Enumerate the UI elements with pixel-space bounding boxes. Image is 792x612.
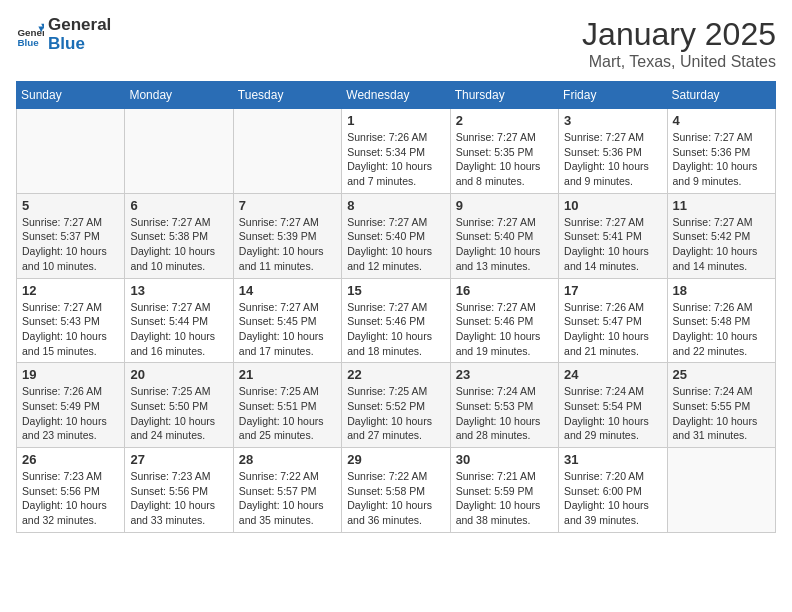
days-header-row: SundayMondayTuesdayWednesdayThursdayFrid…: [17, 82, 776, 109]
day-content: Sunrise: 7:27 AM Sunset: 5:44 PM Dayligh…: [130, 300, 227, 359]
calendar-cell: 8Sunrise: 7:27 AM Sunset: 5:40 PM Daylig…: [342, 193, 450, 278]
day-content: Sunrise: 7:27 AM Sunset: 5:38 PM Dayligh…: [130, 215, 227, 274]
day-number: 27: [130, 452, 227, 467]
logo-general: General: [48, 16, 111, 35]
day-content: Sunrise: 7:27 AM Sunset: 5:36 PM Dayligh…: [564, 130, 661, 189]
calendar-cell: 31Sunrise: 7:20 AM Sunset: 6:00 PM Dayli…: [559, 448, 667, 533]
calendar-cell: 15Sunrise: 7:27 AM Sunset: 5:46 PM Dayli…: [342, 278, 450, 363]
calendar-cell: 30Sunrise: 7:21 AM Sunset: 5:59 PM Dayli…: [450, 448, 558, 533]
calendar-cell: 2Sunrise: 7:27 AM Sunset: 5:35 PM Daylig…: [450, 109, 558, 194]
day-number: 2: [456, 113, 553, 128]
day-content: Sunrise: 7:26 AM Sunset: 5:47 PM Dayligh…: [564, 300, 661, 359]
calendar-cell: [233, 109, 341, 194]
header-friday: Friday: [559, 82, 667, 109]
calendar-cell: 14Sunrise: 7:27 AM Sunset: 5:45 PM Dayli…: [233, 278, 341, 363]
calendar-table: SundayMondayTuesdayWednesdayThursdayFrid…: [16, 81, 776, 533]
day-number: 28: [239, 452, 336, 467]
day-number: 11: [673, 198, 770, 213]
svg-text:Blue: Blue: [17, 37, 39, 48]
week-row-5: 26Sunrise: 7:23 AM Sunset: 5:56 PM Dayli…: [17, 448, 776, 533]
day-number: 18: [673, 283, 770, 298]
logo-icon: General Blue: [16, 21, 44, 49]
day-number: 9: [456, 198, 553, 213]
calendar-cell: 9Sunrise: 7:27 AM Sunset: 5:40 PM Daylig…: [450, 193, 558, 278]
day-content: Sunrise: 7:24 AM Sunset: 5:54 PM Dayligh…: [564, 384, 661, 443]
logo-blue: Blue: [48, 35, 111, 54]
day-content: Sunrise: 7:21 AM Sunset: 5:59 PM Dayligh…: [456, 469, 553, 528]
day-number: 21: [239, 367, 336, 382]
calendar-cell: 23Sunrise: 7:24 AM Sunset: 5:53 PM Dayli…: [450, 363, 558, 448]
calendar-cell: [125, 109, 233, 194]
day-number: 10: [564, 198, 661, 213]
calendar-cell: 24Sunrise: 7:24 AM Sunset: 5:54 PM Dayli…: [559, 363, 667, 448]
calendar-cell: [667, 448, 775, 533]
day-number: 13: [130, 283, 227, 298]
day-content: Sunrise: 7:24 AM Sunset: 5:55 PM Dayligh…: [673, 384, 770, 443]
day-number: 19: [22, 367, 119, 382]
day-number: 26: [22, 452, 119, 467]
week-row-4: 19Sunrise: 7:26 AM Sunset: 5:49 PM Dayli…: [17, 363, 776, 448]
header-sunday: Sunday: [17, 82, 125, 109]
day-content: Sunrise: 7:22 AM Sunset: 5:57 PM Dayligh…: [239, 469, 336, 528]
header-thursday: Thursday: [450, 82, 558, 109]
day-content: Sunrise: 7:25 AM Sunset: 5:50 PM Dayligh…: [130, 384, 227, 443]
calendar-cell: 29Sunrise: 7:22 AM Sunset: 5:58 PM Dayli…: [342, 448, 450, 533]
day-content: Sunrise: 7:27 AM Sunset: 5:46 PM Dayligh…: [347, 300, 444, 359]
day-content: Sunrise: 7:23 AM Sunset: 5:56 PM Dayligh…: [22, 469, 119, 528]
calendar-cell: 19Sunrise: 7:26 AM Sunset: 5:49 PM Dayli…: [17, 363, 125, 448]
calendar-cell: 4Sunrise: 7:27 AM Sunset: 5:36 PM Daylig…: [667, 109, 775, 194]
calendar-cell: 22Sunrise: 7:25 AM Sunset: 5:52 PM Dayli…: [342, 363, 450, 448]
day-number: 14: [239, 283, 336, 298]
day-number: 8: [347, 198, 444, 213]
day-number: 24: [564, 367, 661, 382]
calendar-cell: [17, 109, 125, 194]
calendar-title: January 2025: [582, 16, 776, 53]
calendar-cell: 13Sunrise: 7:27 AM Sunset: 5:44 PM Dayli…: [125, 278, 233, 363]
calendar-cell: 26Sunrise: 7:23 AM Sunset: 5:56 PM Dayli…: [17, 448, 125, 533]
day-content: Sunrise: 7:27 AM Sunset: 5:39 PM Dayligh…: [239, 215, 336, 274]
day-content: Sunrise: 7:27 AM Sunset: 5:35 PM Dayligh…: [456, 130, 553, 189]
day-number: 23: [456, 367, 553, 382]
header-monday: Monday: [125, 82, 233, 109]
calendar-cell: 6Sunrise: 7:27 AM Sunset: 5:38 PM Daylig…: [125, 193, 233, 278]
day-content: Sunrise: 7:25 AM Sunset: 5:51 PM Dayligh…: [239, 384, 336, 443]
calendar-cell: 3Sunrise: 7:27 AM Sunset: 5:36 PM Daylig…: [559, 109, 667, 194]
day-number: 22: [347, 367, 444, 382]
calendar-cell: 10Sunrise: 7:27 AM Sunset: 5:41 PM Dayli…: [559, 193, 667, 278]
calendar-cell: 25Sunrise: 7:24 AM Sunset: 5:55 PM Dayli…: [667, 363, 775, 448]
calendar-cell: 16Sunrise: 7:27 AM Sunset: 5:46 PM Dayli…: [450, 278, 558, 363]
day-number: 3: [564, 113, 661, 128]
day-content: Sunrise: 7:23 AM Sunset: 5:56 PM Dayligh…: [130, 469, 227, 528]
day-content: Sunrise: 7:27 AM Sunset: 5:40 PM Dayligh…: [456, 215, 553, 274]
day-number: 25: [673, 367, 770, 382]
header-wednesday: Wednesday: [342, 82, 450, 109]
title-block: January 2025 Mart, Texas, United States: [582, 16, 776, 71]
day-content: Sunrise: 7:27 AM Sunset: 5:43 PM Dayligh…: [22, 300, 119, 359]
day-content: Sunrise: 7:25 AM Sunset: 5:52 PM Dayligh…: [347, 384, 444, 443]
day-content: Sunrise: 7:27 AM Sunset: 5:46 PM Dayligh…: [456, 300, 553, 359]
calendar-cell: 17Sunrise: 7:26 AM Sunset: 5:47 PM Dayli…: [559, 278, 667, 363]
calendar-subtitle: Mart, Texas, United States: [582, 53, 776, 71]
week-row-1: 1Sunrise: 7:26 AM Sunset: 5:34 PM Daylig…: [17, 109, 776, 194]
calendar-cell: 7Sunrise: 7:27 AM Sunset: 5:39 PM Daylig…: [233, 193, 341, 278]
calendar-cell: 27Sunrise: 7:23 AM Sunset: 5:56 PM Dayli…: [125, 448, 233, 533]
week-row-3: 12Sunrise: 7:27 AM Sunset: 5:43 PM Dayli…: [17, 278, 776, 363]
week-row-2: 5Sunrise: 7:27 AM Sunset: 5:37 PM Daylig…: [17, 193, 776, 278]
day-number: 15: [347, 283, 444, 298]
day-number: 5: [22, 198, 119, 213]
calendar-cell: 18Sunrise: 7:26 AM Sunset: 5:48 PM Dayli…: [667, 278, 775, 363]
day-content: Sunrise: 7:27 AM Sunset: 5:41 PM Dayligh…: [564, 215, 661, 274]
day-content: Sunrise: 7:26 AM Sunset: 5:48 PM Dayligh…: [673, 300, 770, 359]
day-content: Sunrise: 7:24 AM Sunset: 5:53 PM Dayligh…: [456, 384, 553, 443]
day-number: 1: [347, 113, 444, 128]
calendar-cell: 11Sunrise: 7:27 AM Sunset: 5:42 PM Dayli…: [667, 193, 775, 278]
day-content: Sunrise: 7:27 AM Sunset: 5:45 PM Dayligh…: [239, 300, 336, 359]
header-tuesday: Tuesday: [233, 82, 341, 109]
day-number: 6: [130, 198, 227, 213]
calendar-cell: 12Sunrise: 7:27 AM Sunset: 5:43 PM Dayli…: [17, 278, 125, 363]
page-header: General Blue General Blue January 2025 M…: [16, 16, 776, 71]
calendar-cell: 21Sunrise: 7:25 AM Sunset: 5:51 PM Dayli…: [233, 363, 341, 448]
day-content: Sunrise: 7:27 AM Sunset: 5:40 PM Dayligh…: [347, 215, 444, 274]
day-number: 4: [673, 113, 770, 128]
day-content: Sunrise: 7:22 AM Sunset: 5:58 PM Dayligh…: [347, 469, 444, 528]
